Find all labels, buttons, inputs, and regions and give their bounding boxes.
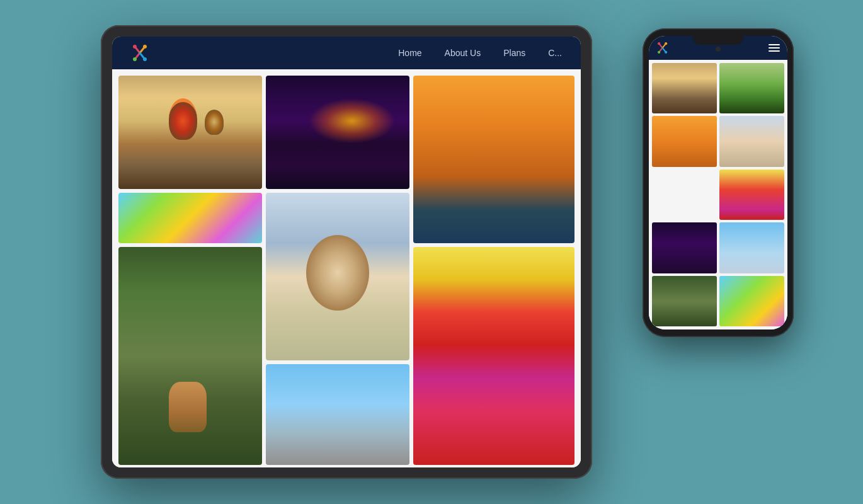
phone-photo-grid xyxy=(649,60,787,329)
phone-camera xyxy=(716,47,721,52)
nav-plans[interactable]: Plans xyxy=(503,48,525,58)
photo-people-back xyxy=(413,76,574,243)
hamburger-line-2 xyxy=(769,47,780,49)
logo-icon xyxy=(131,43,151,63)
photo-tulips xyxy=(413,247,574,465)
tablet-device: Home About Us Plans C... xyxy=(101,25,592,479)
svg-point-2 xyxy=(133,45,137,49)
phone-screen xyxy=(649,36,787,329)
phone-photo-2-nature xyxy=(719,63,784,113)
phone-photo-9-deer xyxy=(652,276,717,326)
phone-frame xyxy=(643,28,794,337)
phone-device xyxy=(643,28,794,337)
hamburger-menu-button[interactable] xyxy=(769,44,780,52)
phone-photo-1-balloon xyxy=(652,63,717,113)
phone-photo-10-holi xyxy=(719,276,784,326)
tablet-navbar: Home About Us Plans C... xyxy=(112,37,581,69)
svg-point-1 xyxy=(143,57,147,61)
hamburger-line-3 xyxy=(769,50,780,52)
phone-photo-3-sunset xyxy=(652,116,717,166)
tablet-nav-links: Home About Us Plans C... xyxy=(398,48,562,58)
phone-photo-5-people xyxy=(652,169,717,220)
hamburger-line-1 xyxy=(769,44,780,45)
photo-hot-air-balloon xyxy=(118,76,262,189)
photo-concert xyxy=(266,76,409,189)
nav-about-us[interactable]: About Us xyxy=(445,48,481,58)
svg-point-7 xyxy=(658,51,660,54)
svg-point-0 xyxy=(143,45,147,49)
nav-home[interactable]: Home xyxy=(398,48,421,58)
phone-logo xyxy=(656,41,670,55)
phone-logo-icon xyxy=(656,41,670,55)
photo-friends xyxy=(266,364,409,465)
svg-point-3 xyxy=(133,57,137,61)
tablet-logo xyxy=(131,43,151,63)
phone-photo-4-dog xyxy=(719,116,784,166)
photo-holi-festival xyxy=(118,193,262,243)
photo-deer xyxy=(118,247,262,465)
svg-point-5 xyxy=(665,51,667,54)
tablet-frame: Home About Us Plans C... xyxy=(101,25,592,479)
photo-dog xyxy=(266,193,409,360)
nav-contact[interactable]: C... xyxy=(548,48,562,58)
tablet-photo-grid xyxy=(112,69,581,467)
phone-photo-6-tulips xyxy=(719,169,784,220)
phone-photo-7-concert xyxy=(652,222,717,273)
svg-point-4 xyxy=(665,42,667,45)
phone-notch xyxy=(693,36,743,45)
svg-point-6 xyxy=(658,42,660,45)
tablet-screen: Home About Us Plans C... xyxy=(112,37,581,467)
phone-photo-8-friends xyxy=(719,222,784,273)
